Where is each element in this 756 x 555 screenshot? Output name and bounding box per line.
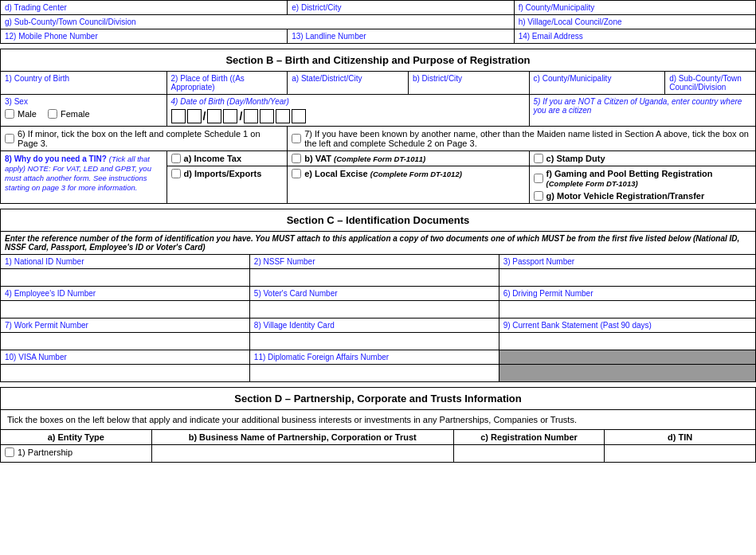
minor-name-row: 6) If minor, tick the box on the left an… xyxy=(1,127,756,151)
page: d) Trading Center e) District/City f) Co… xyxy=(0,0,756,463)
sex-cell: 3) Sex Male Female xyxy=(1,95,167,127)
why-tin-desc-cell: 8) Why do you need a TIN? (Tick all that… xyxy=(1,151,167,204)
section-c-title: Section C – Identification Documents xyxy=(1,209,756,232)
stamp-duty-cell: c) Stamp Duty xyxy=(529,151,755,166)
local-excise-checkbox[interactable] xyxy=(292,169,301,178)
section-c-note: Enter the reference number of the form o… xyxy=(1,232,756,255)
national-id-value xyxy=(1,269,250,287)
dob-year-1 xyxy=(244,109,258,123)
mobile-phone-cell: 12) Mobile Phone Number xyxy=(1,29,288,44)
b-sub-county-cell: d) Sub-County/Town Council/Division xyxy=(665,72,756,95)
entity-type-cell: 1) Partnership xyxy=(1,445,152,463)
visa-value xyxy=(1,365,250,382)
stamp-duty-checkbox[interactable] xyxy=(534,154,543,163)
passport-value xyxy=(499,269,755,287)
section-d-desc-row: Tick the boxes on the left below that ap… xyxy=(1,410,756,430)
village-id-value xyxy=(249,333,499,350)
minor-checkbox[interactable] xyxy=(5,134,14,143)
employee-id-cell: 4) Employee's ID Number xyxy=(1,287,250,301)
gray-cell xyxy=(499,350,755,365)
registration-number-cell xyxy=(453,445,605,463)
vat-cell: b) VAT (Complete Form DT-1011) xyxy=(288,151,529,166)
why-tin-label: 8) Why do you need a TIN? xyxy=(5,154,107,163)
business-name-cell xyxy=(151,445,453,463)
diplomatic-value xyxy=(249,365,499,382)
minor-label: 6) If minor, tick the box on the left an… xyxy=(18,129,283,148)
id-row-4-values xyxy=(1,365,756,382)
citizen-cell: 5) If you are NOT a Citizen of Uganda, e… xyxy=(529,95,755,127)
id-row-1-values xyxy=(1,269,756,287)
sex-dob-row: 3) Sex Male Female 4) Date of Birth (Day… xyxy=(1,95,756,127)
partnership-checkbox[interactable] xyxy=(5,448,14,457)
sex-label: 3) Sex xyxy=(5,97,163,106)
partnership-label: 1) Partnership xyxy=(18,448,72,457)
email-cell: 14) Email Address xyxy=(514,29,755,44)
income-tax-cell: a) Income Tax xyxy=(166,151,288,166)
citizen-label: 5) If you are NOT a Citizen of Uganda, e… xyxy=(534,97,751,115)
another-name-checkbox[interactable] xyxy=(292,134,301,143)
income-tax-checkbox[interactable] xyxy=(171,154,181,163)
dob-day-2 xyxy=(187,109,202,123)
table-row: d) Trading Center e) District/City f) Co… xyxy=(1,1,756,15)
gaming-cell: f) Gaming and Pool Betting Registration … xyxy=(529,166,755,204)
bank-statement-value xyxy=(499,333,755,350)
local-excise-cell: e) Local Excise (Complete Form DT-1012) xyxy=(288,166,529,204)
visa-cell: 10) VISA Number xyxy=(1,350,250,365)
section-b-table: Section B – Birth and Citizenship and Pu… xyxy=(0,49,756,204)
landline-cell: 13) Landline Number xyxy=(288,29,514,44)
section-d-title: Section D – Partnership, Corporate and T… xyxy=(1,388,756,410)
passport-cell: 3) Passport Number xyxy=(499,255,755,269)
b-county-cell: c) County/Municipality xyxy=(529,72,665,95)
tin-cell xyxy=(605,445,756,463)
section-c-table: Section C – Identification Documents Ent… xyxy=(0,209,756,382)
col-entity-type: a) Entity Type xyxy=(1,430,152,445)
imports-exports-checkbox[interactable] xyxy=(171,169,181,178)
income-tax-label: a) Income Tax xyxy=(184,154,242,163)
another-name-cell: 7) If you have been known by another nam… xyxy=(288,127,756,151)
another-name-label: 7) If you have been known by another nam… xyxy=(304,129,751,148)
section-c-header-row: Section C – Identification Documents xyxy=(1,209,756,232)
female-checkbox[interactable] xyxy=(48,109,57,119)
state-district-cell: a) State/District/City xyxy=(288,72,409,95)
employee-id-value xyxy=(1,301,250,319)
voter-card-cell: 5) Voter's Card Number xyxy=(249,287,499,301)
motor-vehicle-label: g) Motor Vehicle Registration/Transfer xyxy=(546,191,705,201)
district-city-cell: e) District/City xyxy=(288,1,514,15)
dob-label: 4) Date of Birth (Day/Month/Year) xyxy=(171,97,525,106)
dob-month-1 xyxy=(207,109,221,123)
male-label: Male xyxy=(18,109,37,119)
dob-day-1 xyxy=(171,109,186,123)
female-label: Female xyxy=(61,109,90,119)
dob-cell: 4) Date of Birth (Day/Month/Year) / / xyxy=(166,95,529,127)
id-row-3-values xyxy=(1,333,756,350)
imports-exports-label: d) Imports/Exports xyxy=(184,169,262,178)
section-b-header-row: Section B – Birth and Citizenship and Pu… xyxy=(1,49,756,72)
motor-vehicle-checkbox[interactable] xyxy=(534,191,543,201)
birth-location-row: 1) Country of Birth 2) Place of Birth ((… xyxy=(1,72,756,95)
vat-label: b) VAT (Complete Form DT-1011) xyxy=(304,154,425,163)
gray-cell-2 xyxy=(499,365,755,382)
bank-statement-cell: 9) Current Bank Statement (Past 90 days) xyxy=(499,319,755,333)
vat-checkbox[interactable] xyxy=(292,154,301,163)
trading-center-cell: d) Trading Center xyxy=(1,1,288,15)
table-row: g) Sub-County/Town Council/Division h) V… xyxy=(1,15,756,29)
section-d-table: Section D – Partnership, Corporate and T… xyxy=(0,387,756,463)
gaming-checkbox[interactable] xyxy=(534,174,543,183)
section-d-header-row: Section D – Partnership, Corporate and T… xyxy=(1,388,756,410)
village-id-cell: 8) Village Identity Card xyxy=(249,319,499,333)
work-permit-value xyxy=(1,333,250,350)
nssf-value xyxy=(249,269,499,287)
date-sep-1: / xyxy=(203,110,206,123)
id-row-1: 1) National ID Number 2) NSSF Number 3) … xyxy=(1,255,756,269)
male-checkbox[interactable] xyxy=(5,109,14,119)
dob-year-2 xyxy=(260,109,274,123)
top-table: d) Trading Center e) District/City f) Co… xyxy=(0,0,756,44)
national-id-cell: 1) National ID Number xyxy=(1,255,250,269)
village-cell: h) Village/Local Council/Zone xyxy=(514,15,755,29)
section-c-note-row: Enter the reference number of the form o… xyxy=(1,232,756,255)
id-row-2: 4) Employee's ID Number 5) Voter's Card … xyxy=(1,287,756,301)
table-row: 12) Mobile Phone Number 13) Landline Num… xyxy=(1,29,756,44)
country-birth-cell: 1) Country of Birth xyxy=(1,72,167,95)
gaming-label: f) Gaming and Pool Betting Registration … xyxy=(546,169,751,188)
section-d-headers: a) Entity Type b) Business Name of Partn… xyxy=(1,430,756,445)
